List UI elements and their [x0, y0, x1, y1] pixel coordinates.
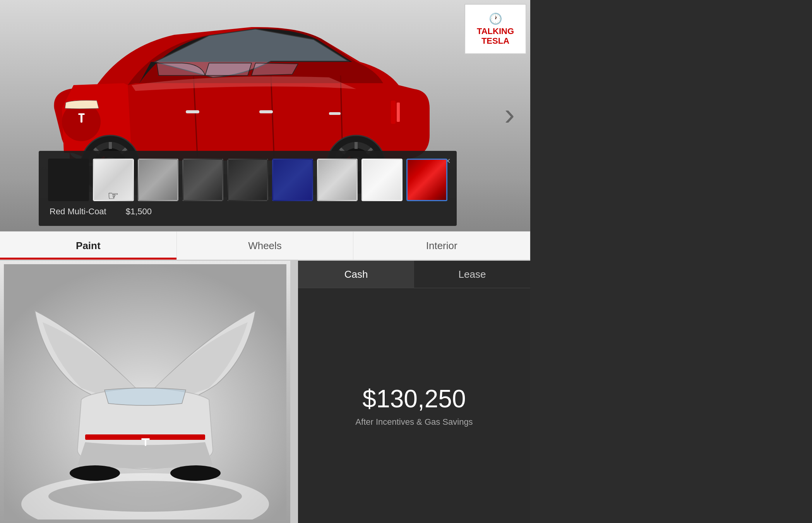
svg-point-42: [70, 465, 120, 481]
svg-rect-6: [81, 114, 82, 123]
car-display-area: › 🕐 TALKINGTESLA × ☞ Red Multi-Coat $1,5…: [0, 0, 530, 236]
swatch-black[interactable]: [48, 159, 89, 201]
swatch-blue[interactable]: [272, 159, 313, 201]
clock-icon: 🕐: [489, 12, 502, 25]
pricing-tabs: Cash Lease: [298, 261, 530, 288]
swatch-silver-light[interactable]: ☞: [93, 159, 134, 201]
svg-point-41: [48, 481, 242, 512]
swatch-gray[interactable]: [138, 159, 179, 201]
selected-color-name: Red Multi-Coat: [50, 207, 106, 217]
svg-rect-33: [186, 110, 199, 113]
tab-navigation: Paint Wheels Interior: [0, 231, 530, 260]
swatch-red[interactable]: [406, 159, 447, 201]
pricing-tab-cash[interactable]: Cash: [298, 261, 414, 288]
price-subtitle: After Incentives & Gas Savings: [355, 417, 473, 427]
pricing-panel: Cash Lease $130,250 After Incentives & G…: [298, 261, 530, 523]
swatch-white[interactable]: [361, 159, 403, 201]
svg-rect-31: [391, 101, 396, 124]
bottom-car-section: [0, 261, 290, 523]
color-label-area: Red Multi-Coat $1,500: [48, 207, 447, 217]
pricing-content: $130,250 After Incentives & Gas Savings: [298, 288, 530, 523]
svg-rect-34: [259, 110, 273, 113]
right-sidebar: [530, 0, 812, 523]
swatch-silver[interactable]: [317, 159, 358, 201]
swatch-charcoal[interactable]: [227, 159, 268, 201]
next-arrow[interactable]: ›: [504, 97, 515, 132]
svg-rect-32: [397, 103, 400, 122]
price-amount: $130,250: [363, 385, 466, 413]
svg-point-43: [170, 465, 221, 481]
watermark-box: 🕐 TALKINGTESLA: [464, 4, 526, 54]
tab-interior[interactable]: Interior: [353, 232, 530, 260]
swatch-dark-gray[interactable]: [182, 159, 223, 201]
pricing-tab-lease[interactable]: Lease: [414, 261, 530, 288]
cursor-icon: ☞: [108, 188, 119, 203]
color-picker-overlay: × ☞ Red Multi-Coat $1,500: [39, 151, 457, 226]
tab-paint[interactable]: Paint: [0, 232, 177, 260]
color-swatches: ☞: [48, 159, 447, 201]
svg-rect-40: [145, 439, 146, 446]
gull-wing-car-image: [0, 261, 290, 523]
svg-rect-35: [329, 112, 341, 115]
watermark-text: TALKINGTESLA: [477, 27, 514, 45]
tab-wheels[interactable]: Wheels: [177, 232, 354, 260]
gull-wing-svg: [4, 264, 286, 520]
selected-color-price: $1,500: [126, 207, 152, 217]
